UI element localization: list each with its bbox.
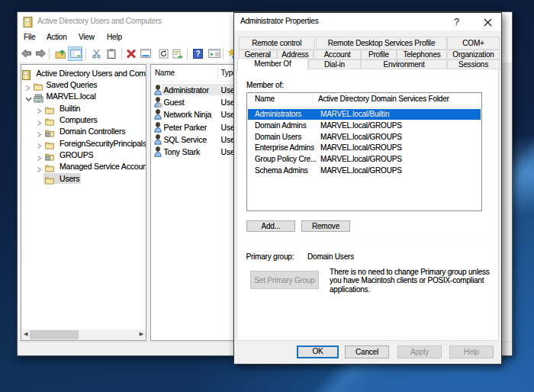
- svg-text:?: ?: [196, 50, 201, 58]
